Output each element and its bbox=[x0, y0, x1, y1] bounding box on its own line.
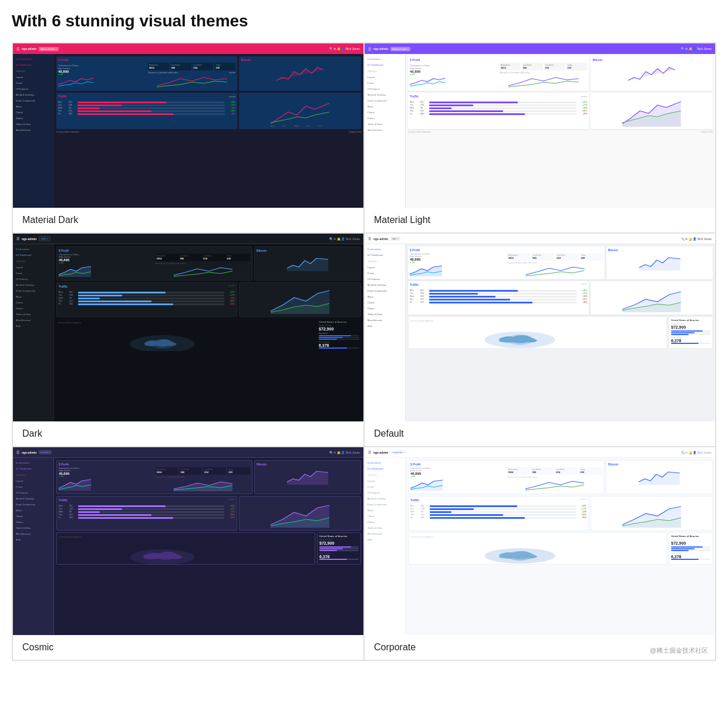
theme-cell-cosmic: ☰ ngx-admin cosmic × 🔍 ✉ 🔔 👤 Nick Jones … bbox=[12, 447, 364, 660]
screenshot-default[interactable]: ☰ ngx-admin light × 🔍 ✉ 🔔 👤 Nick Jones E… bbox=[365, 234, 715, 421]
theme-cell-default: ☰ ngx-admin light × 🔍 ✉ 🔔 👤 Nick Jones E… bbox=[364, 233, 716, 447]
svg-marker-26 bbox=[410, 480, 443, 491]
screenshot-dark[interactable]: ☰ ngx-admin dark × 🔍 ✉ 🔔 👤 Nick Jones E-… bbox=[13, 234, 363, 421]
theme-cell-material-light: ☰ ngx-admin Material Light × 🔍 ✉ 🔔 👤 Nic… bbox=[364, 43, 716, 233]
theme-label-default: Default bbox=[365, 421, 715, 446]
screenshot-corporate[interactable]: ☰ ngx-admin corporate × 🔍 ✉ 🔔 👤 Nick Jon… bbox=[365, 447, 715, 635]
svg-text:Mon: Mon bbox=[271, 124, 275, 127]
theme-label-dark: Dark bbox=[13, 421, 363, 446]
theme-label-cosmic: Cosmic bbox=[13, 635, 363, 660]
svg-text:Tue: Tue bbox=[282, 124, 287, 127]
svg-marker-19 bbox=[59, 480, 91, 491]
theme-label-material-dark: Material Dark bbox=[13, 208, 363, 232]
screenshot-material-light[interactable]: ☰ ngx-admin Material Light × 🔍 ✉ 🔔 👤 Nic… bbox=[365, 43, 715, 208]
theme-cell-corporate: ☰ ngx-admin corporate × 🔍 ✉ 🔔 👤 Nick Jon… bbox=[364, 447, 716, 660]
svg-marker-13 bbox=[410, 266, 442, 276]
theme-label-material-light: Material Light bbox=[365, 208, 715, 232]
svg-marker-22 bbox=[287, 471, 328, 485]
svg-marker-27 bbox=[639, 472, 680, 485]
watermark: @稀土掘金技术社区 bbox=[650, 646, 708, 655]
theme-cell-material-dark: ☰ ngx-admin Material Dark × 🔍 ✉ 🔔 👤 Nick… bbox=[12, 43, 364, 233]
svg-marker-14 bbox=[639, 258, 680, 271]
svg-text:Wed: Wed bbox=[294, 124, 299, 127]
themes-grid: ☰ ngx-admin Material Dark × 🔍 ✉ 🔔 👤 Nick… bbox=[12, 42, 716, 661]
svg-text:Sun: Sun bbox=[318, 124, 322, 127]
page-title: With 6 stunning visual themes bbox=[12, 12, 716, 31]
svg-marker-7 bbox=[59, 266, 91, 277]
svg-text:Thu: Thu bbox=[306, 124, 310, 127]
screenshot-material-dark[interactable]: ☰ ngx-admin Material Dark × 🔍 ✉ 🔔 👤 Nick… bbox=[13, 43, 363, 208]
screenshot-cosmic[interactable]: ☰ ngx-admin cosmic × 🔍 ✉ 🔔 👤 Nick Jones … bbox=[13, 447, 363, 635]
theme-cell-dark: ☰ ngx-admin dark × 🔍 ✉ 🔔 👤 Nick Jones E-… bbox=[12, 233, 364, 447]
svg-marker-8 bbox=[287, 258, 328, 271]
